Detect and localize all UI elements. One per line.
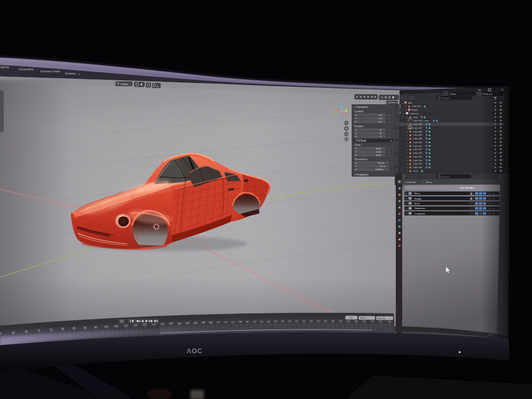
svg-text:0 m: 0 m (379, 120, 383, 123)
svg-text:250: 250 (339, 320, 343, 322)
svg-text:>: > (406, 138, 408, 140)
svg-text:220: 220 (295, 320, 299, 322)
svg-text:>: > (406, 148, 408, 151)
svg-text:>: > (405, 105, 406, 107)
svg-text:X: X (355, 162, 357, 164)
svg-text:Cube.009: Cube.009 (413, 141, 422, 144)
svg-text:Rotation:: Rotation: (354, 125, 364, 128)
svg-text:X: X (355, 147, 357, 150)
svg-text:225: 225 (302, 320, 306, 322)
svg-text:120: 120 (143, 323, 147, 326)
svg-text:>: > (406, 167, 408, 169)
svg-text:Cube.003: Cube.003 (413, 123, 422, 126)
svg-text:55: 55 (0, 332, 2, 335)
svg-text:x Cube.004: x Cube.004 (404, 181, 416, 184)
svg-text:255: 255 (346, 320, 350, 322)
svg-text:270: 270 (371, 320, 375, 322)
svg-text:Cube.011: Cube.011 (413, 148, 422, 151)
svg-text:Cube.013: Cube.013 (413, 155, 422, 158)
svg-text:Cube.016: Cube.016 (413, 166, 422, 169)
svg-text:Scale:: Scale: (354, 144, 361, 146)
svg-text:Y: Y (355, 117, 357, 120)
svg-text:Bevel: Bevel (414, 202, 420, 205)
svg-text:0°: 0° (380, 132, 382, 135)
svg-text:A6F: A6F (408, 102, 412, 104)
svg-text:Collection: Collection (410, 112, 419, 115)
svg-text:0.489 m: 0.489 m (376, 168, 384, 171)
svg-text:ΛOC: ΛOC (187, 347, 203, 355)
svg-text:60: 60 (12, 331, 15, 334)
svg-text:Mirror: Mirror (426, 181, 433, 184)
svg-text:Cube.005: Cube.005 (413, 130, 422, 133)
svg-text:>: > (406, 163, 408, 165)
svg-text:Cube.008: Cube.008 (413, 137, 422, 140)
svg-text:215: 215 (288, 320, 292, 322)
svg-text:145: 145 (186, 322, 190, 325)
svg-text:Start 1: Start 1 (360, 317, 367, 319)
svg-text:170: 170 (224, 321, 228, 323)
svg-text:>: > (406, 202, 408, 205)
svg-text:Options v: Options v (388, 101, 398, 104)
svg-text:140: 140 (177, 322, 181, 325)
svg-text:>: > (406, 131, 408, 133)
svg-text:v Properties: v Properties (354, 173, 369, 176)
svg-text:>: > (406, 123, 408, 126)
svg-text:v: v (402, 102, 403, 104)
svg-text:>: > (406, 134, 408, 136)
svg-text:65: 65 (25, 330, 28, 333)
svg-text:210: 210 (281, 320, 285, 322)
svg-text:X: X (355, 129, 357, 131)
svg-text:v Transform: v Transform (354, 105, 368, 109)
svg-text:>: > (406, 145, 408, 147)
svg-text:100: 100 (104, 326, 109, 328)
svg-text:Mirror: Mirror (414, 192, 420, 195)
svg-text:110: 110 (124, 325, 128, 327)
svg-text:115: 115 (134, 324, 138, 327)
svg-text:>: > (406, 212, 408, 215)
svg-text:105: 105 (114, 325, 119, 328)
svg-text:70: 70 (37, 329, 40, 332)
svg-text:Dimensions:: Dimensions: (354, 158, 368, 161)
svg-text:Y: Y (355, 151, 357, 153)
svg-text:Cube.004: Cube.004 (413, 127, 422, 129)
svg-text:Cube: Cube (413, 116, 418, 119)
svg-text:80: 80 (61, 328, 64, 330)
svg-text:ndering: ndering (0, 65, 9, 69)
svg-text:175: 175 (231, 321, 235, 323)
svg-text:Global: Global (121, 82, 128, 86)
svg-text:Scene: Scene (450, 93, 456, 95)
svg-text:Compositing: Compositing (19, 68, 34, 71)
svg-text:1.000: 1.000 (376, 154, 381, 156)
svg-text:240: 240 (324, 320, 328, 322)
svg-text:Add Modifier: Add Modifier (460, 187, 475, 189)
svg-text:0 m: 0 m (379, 117, 383, 120)
svg-text:>: > (406, 160, 408, 162)
svg-text:230: 230 (309, 320, 313, 322)
svg-text:0°: 0° (380, 135, 382, 138)
svg-text:>: > (406, 142, 408, 144)
svg-text:235: 235 (317, 320, 321, 322)
svg-text:>: > (406, 152, 408, 154)
svg-text:185: 185 (245, 320, 250, 323)
svg-text:155: 155 (201, 321, 205, 324)
svg-text:Subdivision: Subdivision (414, 207, 425, 210)
svg-text:Cube.015: Cube.015 (413, 162, 422, 165)
svg-text:>: > (406, 192, 408, 195)
svg-text:Plane: Plane (413, 170, 419, 172)
svg-text:>: > (406, 156, 408, 158)
svg-text:135: 135 (169, 322, 173, 325)
svg-text:v: v (403, 113, 404, 115)
svg-text:Solidify: Solidify (414, 197, 421, 200)
svg-text:0 m: 0 m (379, 114, 383, 117)
svg-text:1.000: 1.000 (376, 147, 381, 150)
svg-text:>: > (406, 117, 408, 119)
svg-text:180: 180 (238, 320, 243, 323)
svg-text:190: 190 (253, 320, 257, 323)
svg-text:90: 90 (84, 327, 87, 329)
svg-text:Location:: Location: (354, 110, 364, 113)
svg-text:Y: Y (355, 132, 357, 135)
svg-text:Search: Search (442, 176, 450, 178)
svg-text:1.5 m: 1.5 m (380, 165, 386, 168)
svg-text:Search: Search (442, 97, 450, 99)
svg-text:160: 160 (209, 321, 213, 324)
